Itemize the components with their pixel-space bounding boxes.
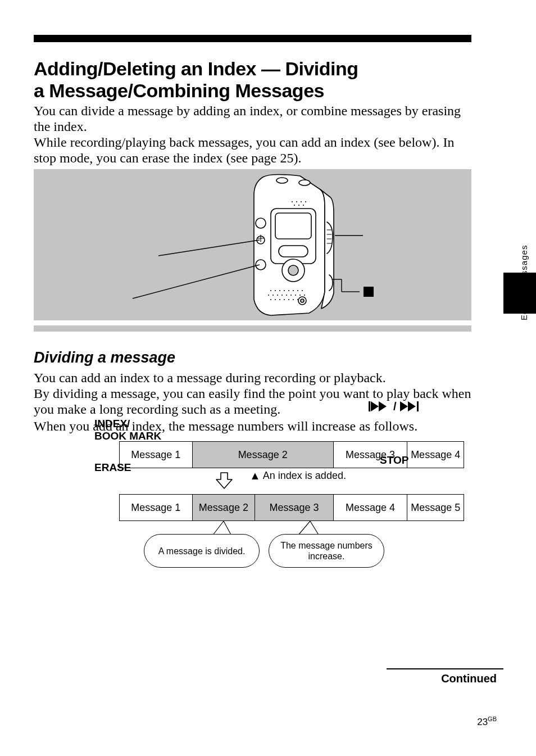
svg-point-43 xyxy=(301,299,304,302)
svg-point-37 xyxy=(284,299,285,300)
msg-cell: Message 1 xyxy=(120,495,193,520)
svg-point-39 xyxy=(293,299,294,300)
svg-line-44 xyxy=(158,240,260,256)
msg-cell: Message 2 xyxy=(193,442,334,468)
svg-point-7 xyxy=(298,205,299,206)
device-illustration: INDEX/ BOOK MARK ERASE STOP / xyxy=(34,169,471,320)
page-number-suffix: GB xyxy=(488,716,497,722)
page-number: 23GB xyxy=(477,716,497,728)
svg-point-33 xyxy=(304,295,305,296)
svg-point-17 xyxy=(270,290,271,291)
diagram-row-after: Message 1 Message 2 Message 3 Message 4 … xyxy=(119,494,464,521)
svg-point-6 xyxy=(294,205,295,206)
msg-cell: Message 3 xyxy=(255,495,334,520)
msg-cell: Message 1 xyxy=(120,442,193,468)
continued-label: Continued xyxy=(441,672,497,685)
message-diagram: Message 1 Message 2 Message 3 Message 4 … xyxy=(111,441,471,582)
svg-point-22 xyxy=(293,290,294,291)
svg-point-1 xyxy=(299,180,310,185)
svg-point-8 xyxy=(303,205,304,206)
svg-point-31 xyxy=(295,295,296,296)
bubble-increase: The message numbers increase. xyxy=(269,534,384,568)
manual-page: Editing Messages Adding/Deleting an Inde… xyxy=(0,0,536,756)
svg-point-27 xyxy=(277,295,278,296)
index-added-marker: ▲ An index is added. xyxy=(249,469,346,482)
svg-point-25 xyxy=(268,295,269,296)
msg-cell: Message 4 xyxy=(334,495,408,520)
svg-point-32 xyxy=(299,295,301,296)
svg-rect-10 xyxy=(275,213,311,239)
svg-line-45 xyxy=(133,265,260,298)
svg-point-3 xyxy=(296,201,297,202)
svg-point-36 xyxy=(279,299,280,300)
side-section-label: Editing Messages xyxy=(519,159,529,406)
page-title-line1: Adding/Deleting an Index — Dividing xyxy=(34,58,358,80)
svg-point-20 xyxy=(284,290,285,291)
msg-cell: Message 3 xyxy=(334,442,408,468)
subheading-dividing: Dividing a message xyxy=(34,349,175,366)
device-drawing xyxy=(246,174,335,317)
down-arrow-icon xyxy=(215,472,234,491)
svg-point-21 xyxy=(288,290,289,291)
stop-icon xyxy=(364,287,375,298)
svg-point-16 xyxy=(256,260,266,270)
svg-point-30 xyxy=(290,295,292,296)
svg-point-34 xyxy=(270,299,271,300)
svg-point-28 xyxy=(281,295,283,296)
msg-cell: Message 2 xyxy=(193,495,256,520)
svg-point-18 xyxy=(275,290,276,291)
diagram-row-before: Message 1 Message 2 Message 3 Message 4 xyxy=(119,441,464,468)
svg-point-23 xyxy=(297,290,298,291)
msg-cell: Message 5 xyxy=(407,495,464,520)
svg-point-13 xyxy=(288,265,298,275)
intro-paragraph-1: You can divide a message by adding an in… xyxy=(34,103,472,134)
page-title-line2: a Message/Combining Messages xyxy=(34,80,324,102)
top-rule xyxy=(34,35,471,42)
intro-paragraph-2: While recording/playing back messages, y… xyxy=(34,134,472,166)
svg-point-24 xyxy=(302,290,303,291)
illustration-underbar xyxy=(34,325,471,332)
page-number-value: 23 xyxy=(477,717,488,727)
svg-point-0 xyxy=(276,178,288,183)
svg-point-2 xyxy=(292,201,293,202)
index-added-text: An index is added. xyxy=(263,470,346,481)
bubble-divided: A message is divided. xyxy=(144,534,260,568)
svg-point-19 xyxy=(279,290,280,291)
svg-point-5 xyxy=(305,201,306,202)
svg-point-38 xyxy=(288,299,289,300)
svg-point-14 xyxy=(256,218,266,228)
body-paragraph-2: When you add an index, the message numbe… xyxy=(34,418,478,434)
body-paragraph-1: You can add an index to a message during… xyxy=(34,370,478,417)
msg-cell: Message 4 xyxy=(407,442,464,468)
continued-rule xyxy=(387,668,503,669)
svg-point-26 xyxy=(272,295,274,296)
svg-point-35 xyxy=(275,299,276,300)
svg-rect-53 xyxy=(364,287,374,297)
svg-point-29 xyxy=(286,295,287,296)
svg-rect-11 xyxy=(279,246,308,257)
svg-point-4 xyxy=(301,201,302,202)
